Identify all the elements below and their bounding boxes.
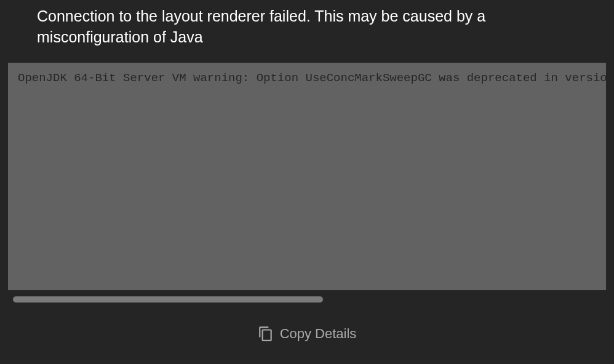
log-line: OpenJDK 64-Bit Server VM warning: Option… — [18, 71, 606, 85]
copy-details-button[interactable]: Copy Details — [258, 326, 357, 342]
action-bar: Copy Details — [0, 326, 614, 342]
error-title: Connection to the layout renderer failed… — [0, 0, 614, 63]
copy-button-label: Copy Details — [280, 326, 357, 342]
horizontal-scrollbar[interactable] — [8, 296, 606, 303]
copy-icon — [258, 326, 274, 342]
log-output[interactable]: OpenJDK 64-Bit Server VM warning: Option… — [8, 63, 606, 290]
scrollbar-thumb[interactable] — [13, 296, 323, 303]
